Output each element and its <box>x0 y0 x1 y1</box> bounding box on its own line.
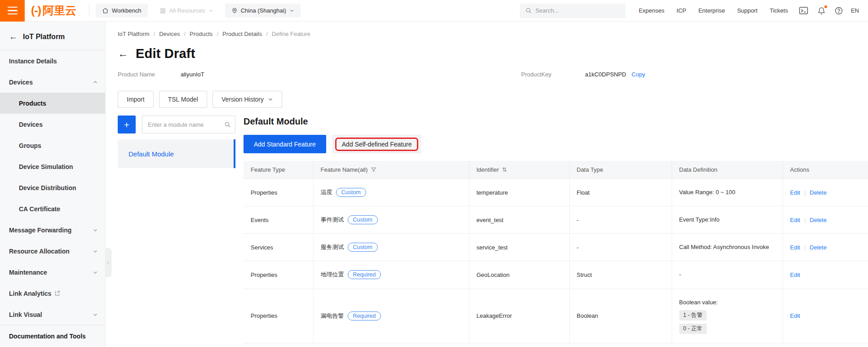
data-definition-text: Event Type:Info <box>679 215 775 224</box>
cell-actions: Edit|Delete <box>783 234 868 261</box>
all-resources-dropdown[interactable]: All Resources <box>159 7 213 14</box>
search-input[interactable] <box>536 7 620 14</box>
column-label: Data Type <box>577 166 603 173</box>
sidebar-collapse-handle[interactable]: ‹ <box>106 248 111 277</box>
copy-product-key-link[interactable]: Copy <box>632 71 645 78</box>
sidebar-item-label: Device Simulation <box>19 163 73 170</box>
add-self-defined-feature-button[interactable]: Add Self-defined Feature <box>332 135 421 153</box>
workbench-button[interactable]: Workbench <box>96 4 148 18</box>
topbar-link-expenses[interactable]: Expenses <box>639 7 664 14</box>
topbar-link-tickets[interactable]: Tickets <box>770 7 788 14</box>
topbar-link-icp[interactable]: ICP <box>677 7 686 14</box>
main-content: IoT Platform/Devices/Products/Product De… <box>106 22 868 347</box>
breadcrumb-item-product-details[interactable]: Product Details <box>222 31 262 37</box>
sidebar-item-label: Products <box>19 100 46 107</box>
sidebar-item-link-visual[interactable]: Link Visual <box>0 304 105 325</box>
topbar-divider <box>89 5 89 17</box>
breadcrumb-item-iot-platform[interactable]: IoT Platform <box>118 31 150 37</box>
sidebar-item-label: Devices <box>19 121 43 128</box>
table-row: Properties温度CustomtemperatureFloatValue … <box>244 179 868 206</box>
sidebar-item-ca-certificate[interactable]: CA Certificate <box>0 198 105 219</box>
sidebar-back-arrow[interactable]: ← <box>9 32 18 41</box>
cell-data-type: Float <box>569 179 672 206</box>
language-switcher[interactable]: EN <box>851 7 859 14</box>
sidebar-item-label: Resource Allocation <box>9 248 70 255</box>
bell-icon[interactable] <box>818 7 825 15</box>
logo-bracket-icon: (-) <box>31 4 41 17</box>
sidebar-item-devices[interactable]: Devices <box>0 114 105 135</box>
action-separator: | <box>804 244 806 251</box>
breadcrumb-separator: / <box>266 31 268 37</box>
sidebar-item-maintenance[interactable]: Maintenance <box>0 262 105 283</box>
alibaba-cloud-logo[interactable]: (-) 阿里云 <box>31 3 76 18</box>
funnel-icon[interactable] <box>371 167 376 173</box>
cell-data-type: - <box>569 206 672 234</box>
search-icon <box>525 7 532 14</box>
logo-text: 阿里云 <box>43 3 76 18</box>
region-label: China (Shanghai) <box>241 7 286 14</box>
back-arrow[interactable]: ← <box>118 49 128 59</box>
breadcrumb-item-devices[interactable]: Devices <box>159 31 180 37</box>
page-title: Edit Draft <box>136 46 195 61</box>
cell-data-definition: - <box>672 261 783 289</box>
topbar-link-support[interactable]: Support <box>737 7 758 14</box>
boolean-value-chip: 1 - 告警 <box>679 310 707 320</box>
version-history-button[interactable]: Version History <box>213 91 282 108</box>
action-separator: | <box>804 189 806 196</box>
data-definition-text: Boolean value: <box>679 298 775 307</box>
add-standard-feature-button[interactable]: Add Standard Feature <box>244 135 326 153</box>
chevron-down-icon <box>208 8 213 13</box>
module-item-default-module[interactable]: Default Module <box>118 139 235 168</box>
column-label: Feature Type <box>251 166 285 173</box>
sidebar-item-label: Device Distribution <box>19 184 76 191</box>
sidebar-item-device-simulation[interactable]: Device Simulation <box>0 156 105 177</box>
cell-feature-type: Properties <box>244 179 313 206</box>
edit-link[interactable]: Edit <box>790 271 800 278</box>
tsl-model-button[interactable]: TSL Model <box>159 91 207 108</box>
module-search-input[interactable] <box>142 116 235 133</box>
data-definition-text: Call Method: Asynchronous Invoke <box>679 243 775 252</box>
column-header-feature-name-all: Feature Name(all) <box>313 161 469 179</box>
sidebar-item-devices[interactable]: Devices <box>0 71 105 93</box>
region-selector[interactable]: China (Shanghai) <box>225 4 301 18</box>
cell-feature-type: Properties <box>244 261 313 289</box>
sidebar-item-message-forwarding[interactable]: Message Forwarding <box>0 219 105 240</box>
breadcrumb-item-products[interactable]: Products <box>190 31 213 37</box>
feature-name-text: 漏电告警 <box>321 312 344 320</box>
edit-link[interactable]: Edit <box>790 189 800 196</box>
feature-name-text: 服务测试 <box>321 243 344 251</box>
edit-link[interactable]: Edit <box>790 244 800 251</box>
chevron-down-icon <box>93 312 98 317</box>
sidebar-item-label: Message Forwarding <box>9 227 71 234</box>
import-button[interactable]: Import <box>118 91 154 108</box>
cell-feature-type: Events <box>244 206 313 234</box>
annotation-highlight-box: Add Self-defined Feature <box>335 138 419 151</box>
sidebar-item-device-distribution[interactable]: Device Distribution <box>0 177 105 198</box>
sidebar-item-resource-allocation[interactable]: Resource Allocation <box>0 240 105 262</box>
sidebar-item-instance-details[interactable]: Instance Details <box>0 50 105 71</box>
add-module-button[interactable]: + <box>118 116 136 133</box>
cell-feature-name: 漏电告警Required <box>313 289 469 343</box>
sort-icon[interactable]: ⇅ <box>502 166 507 173</box>
cell-actions: Edit|Delete <box>783 179 868 206</box>
delete-link[interactable]: Delete <box>810 244 827 251</box>
sidebar-item-link-analytics[interactable]: Link Analytics <box>0 283 105 304</box>
notification-dot <box>824 5 827 8</box>
hamburger-menu-button[interactable] <box>0 0 25 22</box>
console-icon[interactable] <box>799 7 808 14</box>
sidebar-item-documentation-and-tools[interactable]: Documentation and Tools <box>0 325 105 347</box>
edit-link[interactable]: Edit <box>790 312 800 319</box>
table-row: Events事件测试Customevent_test-Event Type:In… <box>244 206 868 234</box>
sidebar-item-groups[interactable]: Groups <box>0 135 105 156</box>
cell-feature-name: 温度Custom <box>313 179 469 206</box>
edit-link[interactable]: Edit <box>790 217 800 223</box>
sidebar-item-products[interactable]: Products <box>0 93 105 114</box>
topbar-link-enterprise[interactable]: Enterprise <box>698 7 725 14</box>
delete-link[interactable]: Delete <box>810 189 827 196</box>
delete-link[interactable]: Delete <box>810 217 827 223</box>
resources-icon <box>159 7 166 14</box>
feature-name-text: 温度 <box>321 188 332 196</box>
feature-badge: Required <box>348 270 381 279</box>
top-navbar: (-) 阿里云 Workbench All Resources China (S… <box>0 0 868 22</box>
help-icon[interactable] <box>835 7 843 15</box>
